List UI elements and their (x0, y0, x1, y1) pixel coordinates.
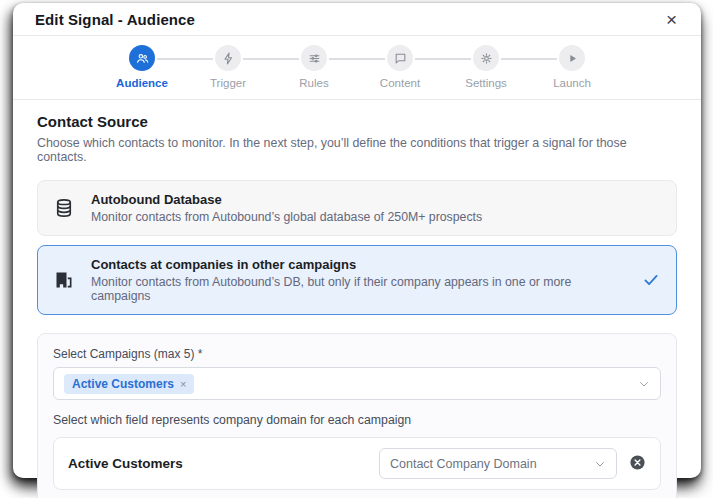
step-circle (215, 45, 241, 71)
building-icon (54, 270, 74, 290)
campaign-config-panel: Select Campaigns (max 5) * Active Custom… (37, 333, 677, 498)
option-description: Monitor contacts from Autobound’s global… (91, 210, 482, 224)
option-description: Monitor contacts from Autobound’s DB, bu… (91, 275, 625, 303)
check-icon (642, 271, 660, 289)
step-label: Launch (553, 77, 591, 89)
gear-icon (480, 52, 493, 65)
modal-title: Edit Signal - Audience (35, 11, 195, 28)
chevron-down-icon (638, 378, 650, 390)
campaigns-multiselect[interactable]: Active Customers × (53, 367, 661, 400)
contact-source-heading: Contact Source (37, 113, 677, 130)
contact-source-description: Choose which contacts to monitor. In the… (37, 136, 677, 164)
step-circle (473, 45, 499, 71)
lightning-icon (222, 52, 235, 65)
option-title: Contacts at companies in other campaigns (91, 257, 625, 272)
edit-signal-modal: Edit Signal - Audience × Audience Trigge… (13, 3, 701, 478)
play-icon (566, 52, 579, 65)
step-label: Rules (299, 77, 328, 89)
domain-field-value: Contact Company Domain (390, 457, 537, 471)
page-background: Edit Signal - Audience × Audience Trigge… (0, 0, 713, 498)
step-circle (301, 45, 327, 71)
step-circle (559, 45, 585, 71)
remove-mapping-button[interactable] (629, 454, 646, 474)
step-label: Settings (465, 77, 507, 89)
x-circle-icon (629, 454, 646, 474)
database-icon (54, 198, 74, 218)
chevron-down-icon (594, 458, 606, 470)
option-text: Contacts at companies in other campaigns… (91, 257, 625, 303)
domain-field-select[interactable]: Contact Company Domain (379, 448, 617, 479)
step-label: Content (380, 77, 420, 89)
close-icon[interactable]: × (664, 10, 679, 29)
campaign-chip: Active Customers × (64, 374, 194, 394)
step-audience[interactable]: Audience (99, 45, 185, 89)
mapping-controls: Contact Company Domain (379, 448, 646, 479)
step-trigger[interactable]: Trigger (185, 45, 271, 89)
step-label: Audience (116, 77, 168, 89)
step-launch[interactable]: Launch (529, 45, 615, 89)
step-circle (387, 45, 413, 71)
campaign-chip-label: Active Customers (72, 377, 174, 391)
option-contacts-other-campaigns[interactable]: Contacts at companies in other campaigns… (37, 245, 677, 315)
option-title: Autobound Database (91, 192, 482, 207)
users-icon (136, 52, 149, 65)
field-mapping-label: Select which field represents company do… (53, 413, 661, 427)
chip-remove-icon[interactable]: × (180, 378, 186, 390)
select-campaigns-label: Select Campaigns (max 5) * (53, 347, 661, 361)
step-settings[interactable]: Settings (443, 45, 529, 89)
step-content[interactable]: Content (357, 45, 443, 89)
mapping-campaign-name: Active Customers (68, 456, 183, 471)
option-autobound-database[interactable]: Autobound Database Monitor contacts from… (37, 180, 677, 236)
modal-header: Edit Signal - Audience × (13, 3, 701, 36)
chat-bubble-icon (394, 52, 407, 65)
sliders-icon (308, 52, 321, 65)
campaign-mapping-row: Active Customers Contact Company Domain (53, 437, 661, 490)
modal-body: Contact Source Choose which contacts to … (13, 100, 701, 498)
step-label: Trigger (210, 77, 246, 89)
step-rules[interactable]: Rules (271, 45, 357, 89)
stepper: Audience Trigger Rules Content (13, 36, 701, 100)
step-circle (129, 45, 155, 71)
option-text: Autobound Database Monitor contacts from… (91, 192, 482, 224)
